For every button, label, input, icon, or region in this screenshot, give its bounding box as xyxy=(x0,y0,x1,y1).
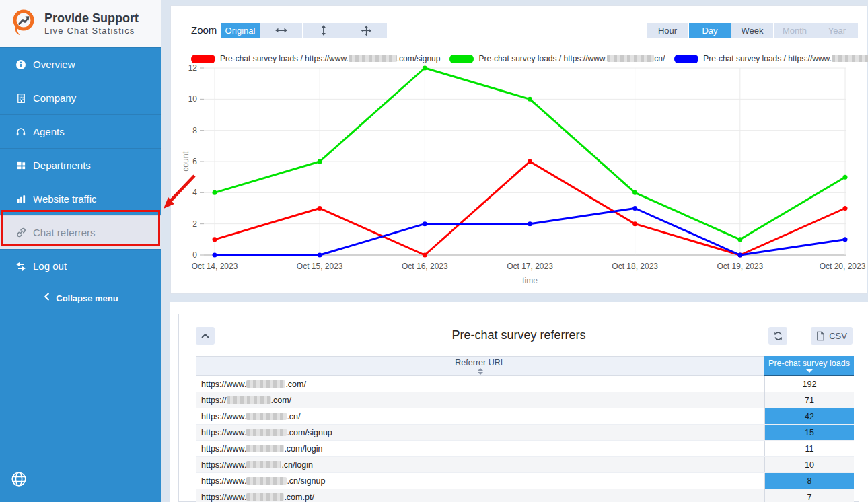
redacted-text xyxy=(246,380,285,388)
referrer-url-cell: https://www..cn/login xyxy=(196,457,764,472)
referrer-url-cell: https://.com/ xyxy=(196,392,764,408)
svg-text:0: 0 xyxy=(192,250,197,260)
svg-text:Oct 16, 2023: Oct 16, 2023 xyxy=(402,262,448,271)
table-body: https://www..com/192https://.com/71https… xyxy=(196,376,854,502)
logout-icon xyxy=(15,261,27,272)
referrer-url-cell: https://www..com.pt/ xyxy=(196,489,764,502)
redacted-text xyxy=(246,461,281,468)
collapse-menu-button[interactable]: Collapse menu xyxy=(0,283,161,313)
redacted-text xyxy=(246,429,287,436)
sidebar-item-label: Website traffic xyxy=(33,193,96,205)
svg-text:Oct 18, 2023: Oct 18, 2023 xyxy=(612,262,658,271)
chevron-up-icon xyxy=(201,332,210,339)
table-row: https://www..com/login11 xyxy=(196,441,854,457)
sidebar-item-label: Chat referrers xyxy=(33,227,96,238)
survey-loads-cell: 15 xyxy=(764,425,854,440)
survey-loads-cell: 42 xyxy=(764,408,854,424)
brand-title: Provide Support xyxy=(44,12,139,25)
survey-loads-cell: 192 xyxy=(764,376,854,392)
table-row: https://.com/71 xyxy=(196,392,854,408)
survey-loads-cell: 10 xyxy=(764,457,854,472)
sidebar-item-chat-referrers[interactable]: Chat referrers xyxy=(0,215,161,249)
svg-text:time: time xyxy=(522,276,538,285)
referrer-url-cell: https://www..com/signup xyxy=(196,425,764,440)
sidebar-item-label: Departments xyxy=(33,159,91,171)
brand-subtitle: Live Chat Statistics xyxy=(44,26,139,36)
building-icon xyxy=(15,93,27,104)
app-window: Provide Support Live Chat Statistics Ove… xyxy=(0,0,868,502)
line-chart[interactable]: 024681012Oct 14, 2023Oct 15, 2023Oct 16,… xyxy=(171,6,867,293)
column-header-referrer-url[interactable]: Referrer URL xyxy=(196,356,764,376)
table-row: https://www..cn/signup8 xyxy=(196,473,854,489)
referrers-widget: Pre-chat survey referrers CSV Referrer U… xyxy=(178,314,859,502)
table-row: https://www..com/192 xyxy=(196,376,854,392)
sidebar-item-agents[interactable]: Agents xyxy=(0,114,161,148)
bottom-panel: Pre-chat survey referrers CSV Referrer U… xyxy=(170,302,868,502)
sidebar-item-label: Log out xyxy=(33,260,67,272)
refresh-icon xyxy=(773,331,783,341)
svg-text:12: 12 xyxy=(188,63,198,73)
sidebar-item-label: Overview xyxy=(33,59,75,70)
table-row: https://www..cn/login10 xyxy=(196,457,854,473)
globe-icon[interactable] xyxy=(10,470,28,491)
table-row: https://www..com/signup15 xyxy=(196,425,854,441)
referrers-table: Referrer URL Pre-chat survey loads https… xyxy=(196,356,854,502)
brand-logo-area: Provide Support Live Chat Statistics xyxy=(0,0,161,47)
file-icon xyxy=(816,331,825,341)
referrer-url-cell: https://www..cn/signup xyxy=(196,473,764,489)
redacted-text xyxy=(246,477,287,485)
export-csv-button[interactable]: CSV xyxy=(811,327,853,345)
sidebar-item-overview[interactable]: Overview xyxy=(0,47,161,81)
svg-text:Oct 17, 2023: Oct 17, 2023 xyxy=(507,262,553,271)
sort-icon xyxy=(478,368,483,375)
svg-text:2: 2 xyxy=(192,219,197,229)
sidebar-item-label: Company xyxy=(33,92,76,104)
svg-text:10: 10 xyxy=(188,94,198,104)
sidebar: Provide Support Live Chat Statistics Ove… xyxy=(0,0,161,502)
svg-text:Oct 19, 2023: Oct 19, 2023 xyxy=(717,262,763,271)
redacted-text xyxy=(246,445,284,452)
referrer-url-cell: https://www..com/login xyxy=(196,441,764,456)
bar-chart-icon xyxy=(15,194,27,204)
survey-loads-cell: 11 xyxy=(764,441,854,456)
sidebar-item-website-traffic[interactable]: Website traffic xyxy=(0,182,161,215)
widget-header: Pre-chat survey referrers CSV xyxy=(179,314,859,356)
sidebar-item-departments[interactable]: Departments xyxy=(0,148,161,182)
collapse-menu-label: Collapse menu xyxy=(56,293,118,303)
link-icon xyxy=(15,227,27,238)
brand-text: Provide Support Live Chat Statistics xyxy=(44,12,139,36)
headset-icon xyxy=(15,127,27,137)
collapse-widget-button[interactable] xyxy=(196,327,215,345)
sidebar-item-label: Agents xyxy=(33,126,65,137)
chevron-left-icon xyxy=(43,292,50,304)
svg-text:Oct 20, 2023: Oct 20, 2023 xyxy=(820,262,866,271)
sidebar-item-log-out[interactable]: Log out xyxy=(0,249,161,283)
table-header-row: Referrer URL Pre-chat survey loads xyxy=(196,356,854,376)
redacted-text xyxy=(246,493,284,501)
chart-panel: Zoom Original Hour Day Week Month Year P… xyxy=(170,5,867,294)
svg-text:Oct 15, 2023: Oct 15, 2023 xyxy=(297,262,343,271)
survey-loads-cell: 8 xyxy=(764,473,854,489)
redacted-text xyxy=(227,396,271,404)
svg-text:Oct 14, 2023: Oct 14, 2023 xyxy=(192,262,238,271)
referrer-url-cell: https://www..cn/ xyxy=(196,408,764,424)
survey-loads-cell: 71 xyxy=(764,392,854,408)
column-header-survey-loads[interactable]: Pre-chat survey loads xyxy=(764,356,854,376)
svg-text:8: 8 xyxy=(192,126,197,135)
sort-desc-icon xyxy=(806,369,813,373)
sidebar-item-company[interactable]: Company xyxy=(0,81,161,114)
referrer-url-cell: https://www..com/ xyxy=(196,376,764,392)
svg-text:6: 6 xyxy=(192,157,197,166)
svg-text:4: 4 xyxy=(192,188,197,197)
departments-icon xyxy=(15,160,27,170)
provide-support-logo-icon xyxy=(9,7,38,40)
csv-button-label: CSV xyxy=(829,331,847,341)
redacted-text xyxy=(246,413,287,420)
survey-loads-cell: 7 xyxy=(764,489,854,502)
svg-text:count: count xyxy=(181,151,190,172)
info-icon xyxy=(15,59,27,70)
table-row: https://www..cn/42 xyxy=(196,408,854,425)
refresh-button[interactable] xyxy=(768,327,787,345)
table-row: https://www..com.pt/7 xyxy=(196,489,854,502)
widget-title: Pre-chat survey referrers xyxy=(179,325,859,345)
